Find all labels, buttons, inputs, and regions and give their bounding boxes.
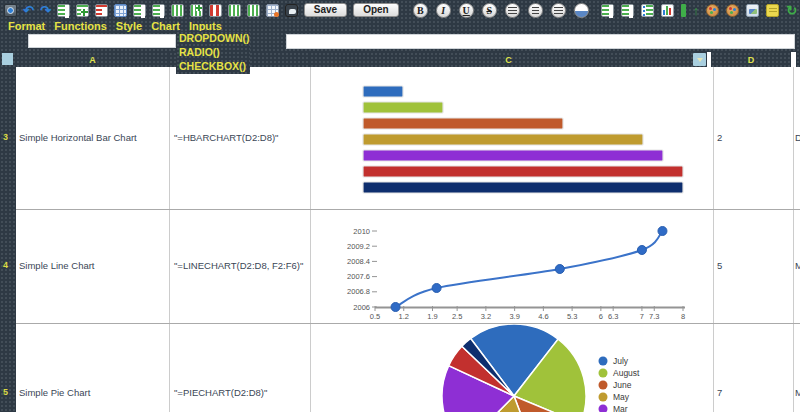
dropdown-item-dropdown[interactable]: DROPDOWN(): [176, 31, 250, 45]
svg-text:8: 8: [681, 312, 685, 321]
italic-button[interactable]: I: [436, 3, 451, 18]
merge-cells-icon[interactable]: [601, 4, 614, 17]
cell-e4[interactable]: M: [795, 260, 800, 271]
row-header-column: [0, 52, 16, 412]
align-left-button[interactable]: [505, 3, 520, 18]
column-c-dropdown-button[interactable]: [693, 53, 706, 66]
paste-col-icon[interactable]: [247, 4, 260, 17]
bar-chart: [311, 68, 713, 209]
menu-item-format[interactable]: Format: [8, 20, 45, 32]
italic-button-glyph: I: [441, 5, 445, 16]
insert-image-icon[interactable]: [746, 4, 759, 17]
refresh-icon[interactable]: ↻: [786, 4, 797, 17]
menu-item-functions[interactable]: Functions: [54, 20, 107, 32]
undo-icon[interactable]: ↶: [23, 4, 34, 17]
strikethrough-button-glyph: S: [486, 5, 492, 16]
strikethrough-button[interactable]: S: [482, 3, 497, 18]
bold-button-glyph: B: [417, 5, 424, 16]
svg-text:7.3: 7.3: [649, 312, 659, 321]
open-button[interactable]: Open: [353, 3, 399, 17]
toolbar-left-icons: ↶↷: [4, 4, 298, 17]
unmerge-cells-icon[interactable]: [621, 4, 634, 17]
svg-text:0.5: 0.5: [370, 312, 380, 321]
toolbar: ↶↷ Save Open BIUS ↑↻⤢: [0, 0, 800, 20]
table-icon[interactable]: [114, 4, 127, 17]
comment-icon[interactable]: [285, 4, 298, 17]
save-button[interactable]: Save: [304, 3, 347, 17]
gridline: [793, 67, 794, 412]
svg-text:7: 7: [640, 312, 644, 321]
cell-b3[interactable]: "=HBARCHART(D2:D8)": [174, 132, 279, 143]
row-header-5[interactable]: 5: [3, 387, 14, 397]
align-center-button-lines-icon: [532, 7, 539, 14]
column-header-c-label: C: [505, 55, 512, 65]
legend-label-june: June: [613, 380, 632, 390]
dropdown-item-radio[interactable]: RADIO(): [176, 45, 250, 59]
insert-col-right-icon[interactable]: [190, 4, 203, 17]
formula-bar: [0, 32, 800, 52]
cell-b5[interactable]: "=PIECHART(D2:D8)": [174, 387, 267, 398]
cells-grid-icon[interactable]: [266, 4, 279, 17]
gridline: [169, 67, 170, 412]
menu-item-style[interactable]: Style: [116, 20, 142, 32]
row-height-icon[interactable]: [681, 4, 686, 17]
dropdown-item-checkbox[interactable]: CHECKBOX(): [176, 59, 250, 73]
insert-row-above-icon[interactable]: [57, 4, 70, 17]
cell-a4[interactable]: Simple Line Chart: [19, 260, 95, 271]
svg-text:3.9: 3.9: [509, 312, 519, 321]
cell-d3[interactable]: 2: [717, 132, 722, 143]
column-header-d[interactable]: D: [711, 52, 791, 67]
bold-button[interactable]: B: [413, 3, 428, 18]
insert-row-below-icon[interactable]: [76, 4, 89, 17]
underline-button[interactable]: U: [459, 3, 474, 18]
svg-text:5.3: 5.3: [567, 312, 577, 321]
cell-b4[interactable]: "=LINECHART(D2:D8, F2:F6)": [174, 260, 303, 271]
delete-col-icon[interactable]: [209, 4, 222, 17]
column-header-c[interactable]: C: [310, 52, 707, 67]
svg-text:2006.8: 2006.8: [347, 287, 370, 296]
column-header-a-label: A: [89, 55, 96, 65]
sort-list-icon[interactable]: [641, 4, 654, 17]
delete-row-icon[interactable]: [95, 4, 108, 17]
select-all-corner[interactable]: [2, 53, 13, 65]
row-header-3[interactable]: 3: [3, 132, 14, 142]
cell-d4[interactable]: 5: [717, 260, 722, 271]
legend-dot-june: [599, 381, 608, 390]
mini-chart-icon[interactable]: [661, 4, 674, 17]
cell-e3[interactable]: D: [795, 132, 800, 143]
note-icon[interactable]: [766, 4, 779, 17]
cell-d5[interactable]: 7: [717, 387, 722, 398]
formula-input[interactable]: [286, 34, 795, 49]
copy-row-icon[interactable]: [133, 4, 146, 17]
align-center-button[interactable]: [528, 3, 543, 18]
cell-reference-input[interactable]: [28, 34, 176, 48]
row-header-4[interactable]: 4: [3, 260, 14, 270]
svg-text:2010: 2010: [353, 227, 370, 236]
cell-a5[interactable]: Simple Pie Chart: [19, 387, 90, 398]
line-chart-svg: 0.51.21.92.53.23.94.65.366.377.382006200…: [311, 210, 713, 322]
legend-dot-august: [599, 369, 608, 378]
text-color-palette-icon[interactable]: [706, 4, 719, 17]
sheet-app-icon[interactable]: [4, 4, 17, 17]
menu-bar: FormatFunctionsStyleChartInputs: [0, 20, 800, 32]
column-header-d-label: D: [748, 55, 755, 65]
svg-text:2008.4: 2008.4: [347, 257, 370, 266]
underline-button-glyph: U: [463, 5, 470, 16]
fill-color-palette-icon[interactable]: [726, 4, 739, 17]
paste-row-icon[interactable]: [152, 4, 165, 17]
cell-a3[interactable]: Simple Horizontal Bar Chart: [19, 132, 137, 143]
insert-col-left-icon[interactable]: [171, 4, 184, 17]
border-fill-button[interactable]: [574, 3, 589, 18]
column-header-a[interactable]: A: [16, 52, 169, 67]
align-left-button-lines-icon: [508, 7, 517, 14]
redo-icon[interactable]: ↷: [40, 4, 51, 17]
legend-label-july: July: [613, 356, 629, 366]
cell-e5[interactable]: M: [795, 387, 800, 398]
legend-dot-mar: [599, 405, 608, 412]
pie-chart: JulyAugustJuneMayMar: [311, 324, 713, 412]
move-up-icon[interactable]: ↑: [693, 4, 700, 17]
line-chart: 0.51.21.92.53.23.94.65.366.377.382006200…: [311, 210, 713, 322]
align-right-button[interactable]: [551, 3, 566, 18]
copy-col-icon[interactable]: [228, 4, 241, 17]
column-header-e[interactable]: [796, 52, 800, 67]
